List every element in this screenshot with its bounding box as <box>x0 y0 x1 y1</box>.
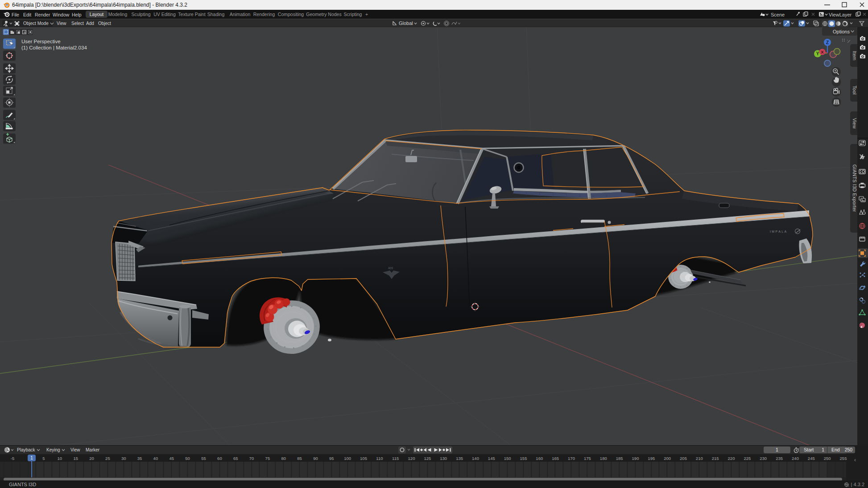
svg-text:Z: Z <box>826 40 829 45</box>
svg-text:X: X <box>821 49 824 54</box>
svg-text:Options: Options <box>833 29 850 34</box>
svg-text:IMPALA: IMPALA <box>770 230 788 233</box>
svg-text:(1) Collection | Material2.034: (1) Collection | Material2.034 <box>21 45 87 50</box>
svg-text:409: 409 <box>388 267 393 270</box>
svg-text:User Perspective: User Perspective <box>21 39 61 44</box>
svg-text:Y: Y <box>816 51 819 56</box>
svg-text:Global: Global <box>399 21 413 26</box>
